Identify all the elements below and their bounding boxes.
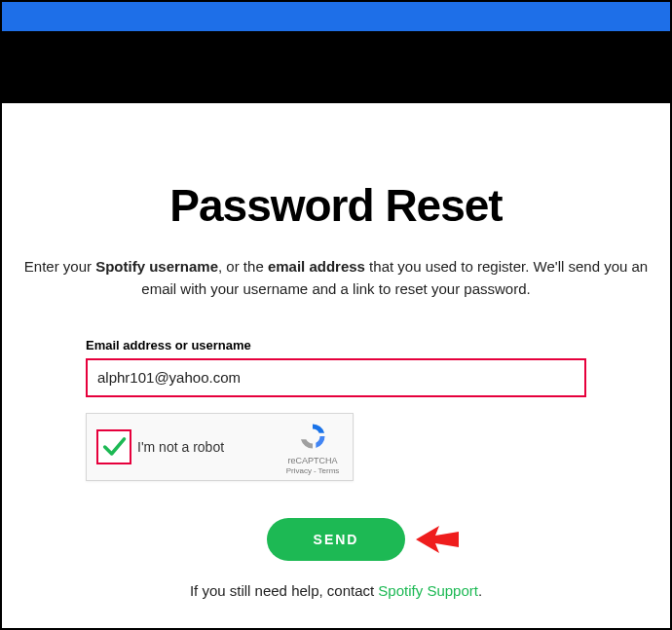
site-header [2, 31, 670, 103]
checkmark-icon [100, 433, 128, 461]
help-prefix: If you still need help, contact [190, 582, 378, 599]
page-content: Password Reset Enter your Spotify userna… [2, 179, 670, 599]
recaptcha-brand: reCAPTCHA [282, 456, 343, 465]
browser-tab-bar [2, 2, 670, 31]
reset-form: Email address or username I'm not a robo… [86, 338, 586, 599]
help-period: . [478, 582, 482, 599]
email-username-input-wrap[interactable] [86, 358, 586, 397]
dash: - [314, 466, 317, 475]
help-text: If you still need help, contact Spotify … [86, 582, 586, 599]
send-button[interactable]: SEND [267, 518, 406, 561]
instr-seg-2: , or the [218, 258, 268, 275]
instr-bold-email: email address [268, 258, 365, 275]
email-username-input[interactable] [97, 369, 575, 386]
instruction-text: Enter your Spotify username, or the emai… [7, 255, 665, 301]
recaptcha-privacy-terms: Privacy-Terms [282, 466, 343, 475]
recaptcha-terms-link[interactable]: Terms [318, 466, 340, 475]
recaptcha-privacy-link[interactable]: Privacy [286, 466, 312, 475]
button-row: SEND [86, 518, 586, 561]
recaptcha-icon [298, 422, 327, 451]
instr-seg-1: Enter your [24, 258, 95, 275]
recaptcha-text: I'm not a robot [137, 439, 224, 455]
email-username-label: Email address or username [86, 338, 586, 352]
recaptcha-checkbox[interactable] [96, 429, 131, 464]
arrow-annotation-icon [414, 520, 461, 559]
recaptcha-widget[interactable]: I'm not a robot reCAPTCHA Privacy-Terms [86, 413, 354, 481]
instr-bold-username: Spotify username [95, 258, 218, 275]
page-title: Password Reset [7, 179, 665, 232]
recaptcha-logo-block: reCAPTCHA Privacy-Terms [282, 422, 343, 475]
spotify-support-link[interactable]: Spotify Support [378, 582, 478, 599]
